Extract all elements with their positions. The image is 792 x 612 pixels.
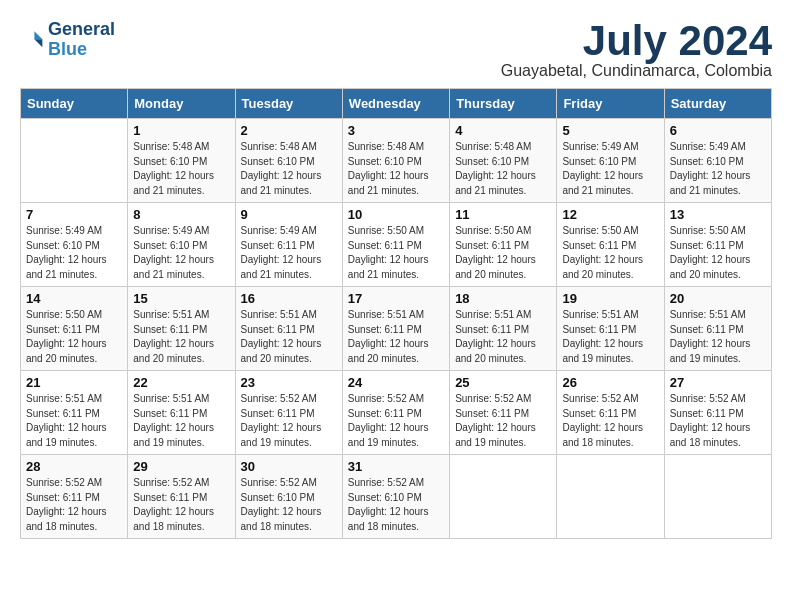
calendar-cell: 22Sunrise: 5:51 AM Sunset: 6:11 PM Dayli… bbox=[128, 371, 235, 455]
day-info: Sunrise: 5:48 AM Sunset: 6:10 PM Dayligh… bbox=[455, 140, 551, 198]
logo-text: General Blue bbox=[48, 20, 115, 60]
day-number: 27 bbox=[670, 375, 766, 390]
page-header: General Blue July 2024 Guayabetal, Cundi… bbox=[20, 20, 772, 80]
day-number: 16 bbox=[241, 291, 337, 306]
calendar-cell: 1Sunrise: 5:48 AM Sunset: 6:10 PM Daylig… bbox=[128, 119, 235, 203]
day-number: 30 bbox=[241, 459, 337, 474]
day-number: 28 bbox=[26, 459, 122, 474]
calendar-cell: 6Sunrise: 5:49 AM Sunset: 6:10 PM Daylig… bbox=[664, 119, 771, 203]
calendar-cell: 17Sunrise: 5:51 AM Sunset: 6:11 PM Dayli… bbox=[342, 287, 449, 371]
calendar-table: SundayMondayTuesdayWednesdayThursdayFrid… bbox=[20, 88, 772, 539]
day-info: Sunrise: 5:49 AM Sunset: 6:10 PM Dayligh… bbox=[26, 224, 122, 282]
day-info: Sunrise: 5:48 AM Sunset: 6:10 PM Dayligh… bbox=[348, 140, 444, 198]
calendar-cell: 4Sunrise: 5:48 AM Sunset: 6:10 PM Daylig… bbox=[450, 119, 557, 203]
week-row-5: 28Sunrise: 5:52 AM Sunset: 6:11 PM Dayli… bbox=[21, 455, 772, 539]
day-number: 20 bbox=[670, 291, 766, 306]
header-saturday: Saturday bbox=[664, 89, 771, 119]
svg-marker-0 bbox=[34, 31, 42, 39]
day-number: 13 bbox=[670, 207, 766, 222]
day-info: Sunrise: 5:52 AM Sunset: 6:11 PM Dayligh… bbox=[348, 392, 444, 450]
day-number: 14 bbox=[26, 291, 122, 306]
day-number: 19 bbox=[562, 291, 658, 306]
svg-marker-1 bbox=[34, 39, 42, 47]
day-number: 22 bbox=[133, 375, 229, 390]
month-title: July 2024 bbox=[501, 20, 772, 62]
header-monday: Monday bbox=[128, 89, 235, 119]
calendar-cell: 12Sunrise: 5:50 AM Sunset: 6:11 PM Dayli… bbox=[557, 203, 664, 287]
calendar-cell: 29Sunrise: 5:52 AM Sunset: 6:11 PM Dayli… bbox=[128, 455, 235, 539]
day-info: Sunrise: 5:52 AM Sunset: 6:10 PM Dayligh… bbox=[241, 476, 337, 534]
calendar-cell: 5Sunrise: 5:49 AM Sunset: 6:10 PM Daylig… bbox=[557, 119, 664, 203]
location-title: Guayabetal, Cundinamarca, Colombia bbox=[501, 62, 772, 80]
title-block: July 2024 Guayabetal, Cundinamarca, Colo… bbox=[501, 20, 772, 80]
day-info: Sunrise: 5:50 AM Sunset: 6:11 PM Dayligh… bbox=[348, 224, 444, 282]
header-tuesday: Tuesday bbox=[235, 89, 342, 119]
day-info: Sunrise: 5:52 AM Sunset: 6:11 PM Dayligh… bbox=[241, 392, 337, 450]
day-info: Sunrise: 5:52 AM Sunset: 6:11 PM Dayligh… bbox=[670, 392, 766, 450]
day-info: Sunrise: 5:48 AM Sunset: 6:10 PM Dayligh… bbox=[241, 140, 337, 198]
calendar-cell: 18Sunrise: 5:51 AM Sunset: 6:11 PM Dayli… bbox=[450, 287, 557, 371]
day-number: 17 bbox=[348, 291, 444, 306]
calendar-cell bbox=[557, 455, 664, 539]
calendar-cell: 9Sunrise: 5:49 AM Sunset: 6:11 PM Daylig… bbox=[235, 203, 342, 287]
day-number: 9 bbox=[241, 207, 337, 222]
day-number: 26 bbox=[562, 375, 658, 390]
day-number: 8 bbox=[133, 207, 229, 222]
day-number: 5 bbox=[562, 123, 658, 138]
calendar-cell: 11Sunrise: 5:50 AM Sunset: 6:11 PM Dayli… bbox=[450, 203, 557, 287]
week-row-1: 1Sunrise: 5:48 AM Sunset: 6:10 PM Daylig… bbox=[21, 119, 772, 203]
calendar-cell: 23Sunrise: 5:52 AM Sunset: 6:11 PM Dayli… bbox=[235, 371, 342, 455]
day-info: Sunrise: 5:50 AM Sunset: 6:11 PM Dayligh… bbox=[455, 224, 551, 282]
calendar-cell: 16Sunrise: 5:51 AM Sunset: 6:11 PM Dayli… bbox=[235, 287, 342, 371]
day-info: Sunrise: 5:51 AM Sunset: 6:11 PM Dayligh… bbox=[133, 308, 229, 366]
day-info: Sunrise: 5:49 AM Sunset: 6:11 PM Dayligh… bbox=[241, 224, 337, 282]
day-info: Sunrise: 5:52 AM Sunset: 6:10 PM Dayligh… bbox=[348, 476, 444, 534]
day-number: 15 bbox=[133, 291, 229, 306]
day-number: 24 bbox=[348, 375, 444, 390]
day-number: 4 bbox=[455, 123, 551, 138]
header-sunday: Sunday bbox=[21, 89, 128, 119]
calendar-cell: 19Sunrise: 5:51 AM Sunset: 6:11 PM Dayli… bbox=[557, 287, 664, 371]
day-info: Sunrise: 5:51 AM Sunset: 6:11 PM Dayligh… bbox=[348, 308, 444, 366]
week-row-2: 7Sunrise: 5:49 AM Sunset: 6:10 PM Daylig… bbox=[21, 203, 772, 287]
day-number: 31 bbox=[348, 459, 444, 474]
day-number: 25 bbox=[455, 375, 551, 390]
logo: General Blue bbox=[20, 20, 115, 60]
calendar-cell: 31Sunrise: 5:52 AM Sunset: 6:10 PM Dayli… bbox=[342, 455, 449, 539]
calendar-cell: 24Sunrise: 5:52 AM Sunset: 6:11 PM Dayli… bbox=[342, 371, 449, 455]
day-number: 21 bbox=[26, 375, 122, 390]
day-number: 6 bbox=[670, 123, 766, 138]
calendar-cell: 30Sunrise: 5:52 AM Sunset: 6:10 PM Dayli… bbox=[235, 455, 342, 539]
day-info: Sunrise: 5:50 AM Sunset: 6:11 PM Dayligh… bbox=[670, 224, 766, 282]
calendar-cell bbox=[21, 119, 128, 203]
calendar-header: SundayMondayTuesdayWednesdayThursdayFrid… bbox=[21, 89, 772, 119]
calendar-cell: 3Sunrise: 5:48 AM Sunset: 6:10 PM Daylig… bbox=[342, 119, 449, 203]
day-info: Sunrise: 5:51 AM Sunset: 6:11 PM Dayligh… bbox=[455, 308, 551, 366]
header-thursday: Thursday bbox=[450, 89, 557, 119]
day-info: Sunrise: 5:50 AM Sunset: 6:11 PM Dayligh… bbox=[26, 308, 122, 366]
week-row-4: 21Sunrise: 5:51 AM Sunset: 6:11 PM Dayli… bbox=[21, 371, 772, 455]
header-friday: Friday bbox=[557, 89, 664, 119]
day-info: Sunrise: 5:51 AM Sunset: 6:11 PM Dayligh… bbox=[670, 308, 766, 366]
calendar-cell: 8Sunrise: 5:49 AM Sunset: 6:10 PM Daylig… bbox=[128, 203, 235, 287]
day-number: 18 bbox=[455, 291, 551, 306]
calendar-cell: 2Sunrise: 5:48 AM Sunset: 6:10 PM Daylig… bbox=[235, 119, 342, 203]
day-number: 23 bbox=[241, 375, 337, 390]
calendar-cell: 27Sunrise: 5:52 AM Sunset: 6:11 PM Dayli… bbox=[664, 371, 771, 455]
calendar-cell: 25Sunrise: 5:52 AM Sunset: 6:11 PM Dayli… bbox=[450, 371, 557, 455]
calendar-cell: 13Sunrise: 5:50 AM Sunset: 6:11 PM Dayli… bbox=[664, 203, 771, 287]
day-number: 10 bbox=[348, 207, 444, 222]
day-info: Sunrise: 5:52 AM Sunset: 6:11 PM Dayligh… bbox=[26, 476, 122, 534]
day-info: Sunrise: 5:52 AM Sunset: 6:11 PM Dayligh… bbox=[455, 392, 551, 450]
day-info: Sunrise: 5:51 AM Sunset: 6:11 PM Dayligh… bbox=[562, 308, 658, 366]
day-info: Sunrise: 5:49 AM Sunset: 6:10 PM Dayligh… bbox=[562, 140, 658, 198]
calendar-cell: 28Sunrise: 5:52 AM Sunset: 6:11 PM Dayli… bbox=[21, 455, 128, 539]
header-wednesday: Wednesday bbox=[342, 89, 449, 119]
calendar-cell: 10Sunrise: 5:50 AM Sunset: 6:11 PM Dayli… bbox=[342, 203, 449, 287]
day-number: 3 bbox=[348, 123, 444, 138]
day-info: Sunrise: 5:48 AM Sunset: 6:10 PM Dayligh… bbox=[133, 140, 229, 198]
calendar-cell: 21Sunrise: 5:51 AM Sunset: 6:11 PM Dayli… bbox=[21, 371, 128, 455]
week-row-3: 14Sunrise: 5:50 AM Sunset: 6:11 PM Dayli… bbox=[21, 287, 772, 371]
calendar-cell: 7Sunrise: 5:49 AM Sunset: 6:10 PM Daylig… bbox=[21, 203, 128, 287]
day-info: Sunrise: 5:51 AM Sunset: 6:11 PM Dayligh… bbox=[26, 392, 122, 450]
